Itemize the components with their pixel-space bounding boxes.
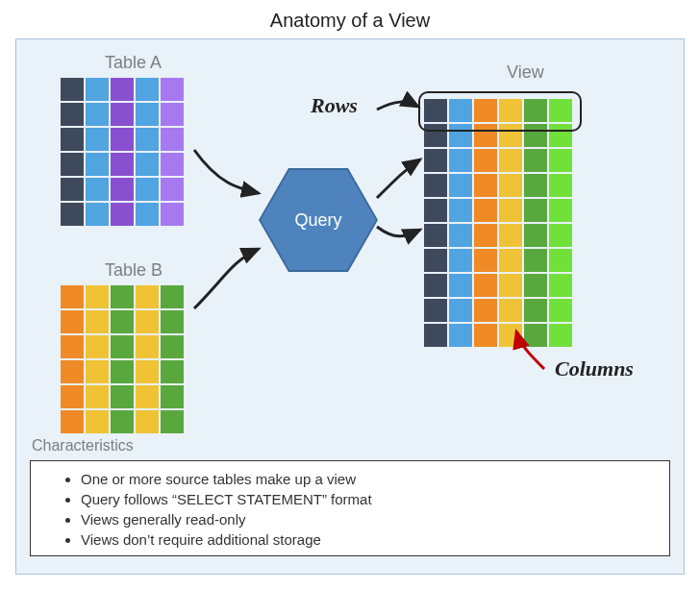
grid-cell bbox=[61, 78, 84, 101]
grid-cell bbox=[136, 128, 159, 151]
grid-cell bbox=[499, 274, 522, 297]
grid-cell bbox=[161, 178, 184, 201]
arrow-rows-to-box bbox=[372, 95, 430, 134]
grid-cell bbox=[524, 149, 547, 172]
grid-cell bbox=[549, 224, 572, 247]
table-b-label: Table B bbox=[105, 260, 162, 281]
grid-cell bbox=[61, 360, 84, 383]
rows-label: Rows bbox=[311, 93, 358, 118]
grid-cell bbox=[136, 103, 159, 126]
grid-cell bbox=[61, 203, 84, 226]
grid-cell bbox=[61, 178, 84, 201]
grid-cell bbox=[161, 335, 184, 358]
grid-cell bbox=[61, 385, 84, 408]
grid-cell bbox=[61, 103, 84, 126]
grid-cell bbox=[161, 385, 184, 408]
grid-cell bbox=[449, 174, 472, 197]
grid-cell bbox=[499, 149, 522, 172]
grid-cell bbox=[524, 299, 547, 322]
grid-cell bbox=[86, 103, 109, 126]
grid-cell bbox=[474, 274, 497, 297]
grid-cell bbox=[86, 285, 109, 308]
grid-cell bbox=[136, 178, 159, 201]
grid-cell bbox=[111, 360, 134, 383]
grid-cell bbox=[449, 149, 472, 172]
grid-cell bbox=[111, 335, 134, 358]
grid-cell bbox=[136, 78, 159, 101]
grid-cell bbox=[524, 199, 547, 222]
grid-cell bbox=[449, 274, 472, 297]
grid-column bbox=[86, 78, 109, 226]
grid-cell bbox=[136, 360, 159, 383]
grid-cell bbox=[524, 224, 547, 247]
grid-column bbox=[61, 78, 84, 226]
grid-column bbox=[111, 285, 134, 433]
grid-cell bbox=[61, 128, 84, 151]
grid-cell bbox=[161, 203, 184, 226]
grid-cell bbox=[474, 299, 497, 322]
diagram-frame: Table A Table B View Rows Columns Query … bbox=[15, 38, 685, 575]
grid-cell bbox=[499, 174, 522, 197]
grid-column bbox=[136, 285, 159, 433]
grid-cell bbox=[61, 410, 84, 433]
grid-cell bbox=[449, 199, 472, 222]
grid-cell bbox=[549, 299, 572, 322]
grid-cell bbox=[111, 203, 134, 226]
grid-cell bbox=[111, 103, 134, 126]
grid-cell bbox=[474, 149, 497, 172]
char-item: Views generally read-only bbox=[81, 509, 658, 529]
grid-cell bbox=[524, 274, 547, 297]
grid-cell bbox=[474, 199, 497, 222]
table-a-label: Table A bbox=[105, 53, 162, 73]
query-hexagon: Query bbox=[261, 170, 376, 270]
grid-cell bbox=[524, 174, 547, 197]
grid-cell bbox=[111, 310, 134, 333]
grid-cell bbox=[449, 324, 472, 347]
grid-cell bbox=[136, 310, 159, 333]
grid-cell bbox=[474, 249, 497, 272]
grid-cell bbox=[474, 224, 497, 247]
arrow-query-to-view-top bbox=[372, 155, 430, 203]
grid-cell bbox=[136, 385, 159, 408]
grid-cell bbox=[61, 310, 84, 333]
grid-cell bbox=[86, 410, 109, 433]
characteristics-box: One or more source tables make up a view… bbox=[30, 460, 670, 556]
grid-cell bbox=[86, 203, 109, 226]
grid-cell bbox=[136, 203, 159, 226]
query-label: Query bbox=[294, 210, 341, 231]
grid-cell bbox=[161, 310, 184, 333]
grid-cell bbox=[111, 78, 134, 101]
grid-cell bbox=[61, 153, 84, 176]
grid-cell bbox=[499, 224, 522, 247]
grid-cell bbox=[136, 285, 159, 308]
grid-column bbox=[474, 99, 497, 347]
arrow-columns-to-view bbox=[511, 326, 568, 374]
grid-cell bbox=[549, 249, 572, 272]
arrow-table-b-to-query bbox=[189, 241, 276, 318]
grid-cell bbox=[474, 174, 497, 197]
grid-cell bbox=[449, 224, 472, 247]
grid-cell bbox=[86, 335, 109, 358]
characteristics-heading: Characteristics bbox=[32, 437, 134, 454]
grid-cell bbox=[136, 153, 159, 176]
grid-cell bbox=[136, 335, 159, 358]
page-title: Anatomy of a View bbox=[0, 0, 700, 32]
arrow-table-a-to-query bbox=[189, 145, 276, 212]
char-item: Query follows “SELECT STATEMENT” format bbox=[81, 489, 658, 509]
grid-cell bbox=[86, 360, 109, 383]
grid-cell bbox=[86, 128, 109, 151]
grid-cell bbox=[86, 310, 109, 333]
grid-cell bbox=[161, 103, 184, 126]
grid-cell bbox=[161, 78, 184, 101]
grid-column bbox=[499, 99, 522, 347]
view-label: View bbox=[507, 62, 544, 83]
grid-cell bbox=[449, 249, 472, 272]
grid-column bbox=[524, 99, 547, 347]
grid-cell bbox=[161, 410, 184, 433]
char-item: One or more source tables make up a view bbox=[81, 469, 658, 489]
grid-cell bbox=[61, 335, 84, 358]
characteristics-list: One or more source tables make up a view… bbox=[42, 469, 658, 550]
grid-cell bbox=[424, 299, 447, 322]
grid-cell bbox=[549, 199, 572, 222]
grid-column bbox=[61, 285, 84, 433]
